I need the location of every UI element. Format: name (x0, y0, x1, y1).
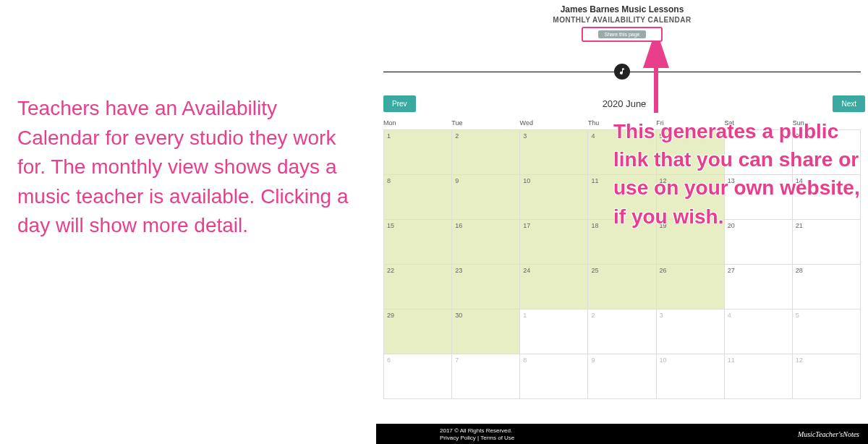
day-number: 27 (728, 267, 735, 274)
day-header: Mon (383, 119, 451, 127)
day-header: Tue (451, 119, 519, 127)
calendar-day[interactable]: 22 (384, 265, 452, 309)
day-number: 6 (387, 357, 391, 364)
calendar-day[interactable]: 2 (588, 309, 656, 354)
calendar-day[interactable]: 9 (588, 354, 656, 399)
day-number: 2 (591, 312, 595, 319)
day-number: 16 (455, 222, 462, 229)
calendar-day[interactable]: 7 (452, 354, 520, 399)
calendar-nav: Prev 2020 June Next (376, 95, 868, 112)
calendar-day[interactable]: 6 (384, 354, 452, 399)
day-number: 7 (455, 357, 459, 364)
day-number: 5 (796, 312, 799, 319)
calendar-day[interactable]: 26 (657, 265, 725, 309)
calendar-day[interactable]: 10 (520, 175, 588, 220)
studio-name: James Barnes Music Lessons (376, 4, 868, 14)
day-number: 28 (796, 267, 803, 274)
day-number: 29 (387, 312, 394, 319)
day-number: 23 (455, 267, 462, 274)
day-number: 12 (796, 357, 803, 364)
day-number: 1 (387, 132, 391, 140)
calendar-day[interactable]: 24 (520, 265, 588, 309)
share-page-button[interactable]: Share this page (598, 30, 645, 38)
divider (383, 64, 861, 80)
header: James Barnes Music Lessons MONTHLY AVAIL… (376, 0, 868, 42)
calendar-day[interactable]: 29 (384, 309, 452, 354)
calendar-day[interactable]: 30 (452, 309, 520, 354)
day-header: Wed (520, 119, 588, 127)
day-number: 11 (591, 177, 598, 184)
footer-copyright: 2017 © All Rights Reserved. (440, 427, 514, 434)
privacy-link[interactable]: Privacy Policy (440, 435, 476, 441)
calendar-day[interactable]: 11 (725, 354, 793, 399)
terms-link[interactable]: Terms of Use (480, 435, 514, 441)
share-box-highlight: Share this page (582, 27, 663, 42)
next-button[interactable]: Next (833, 95, 865, 112)
day-number: 4 (591, 132, 595, 140)
instruction-left: Teachers have an Availability Calendar f… (17, 94, 365, 241)
day-number: 4 (728, 312, 731, 319)
calendar-day[interactable]: 9 (452, 175, 520, 220)
calendar-day[interactable]: 8 (384, 175, 452, 220)
instruction-right: This generates a public link that you ca… (613, 117, 867, 231)
day-number: 9 (455, 177, 459, 184)
calendar-day[interactable]: 3 (520, 130, 588, 175)
calendar-day[interactable]: 16 (452, 220, 520, 265)
calendar-day[interactable]: 23 (452, 265, 520, 309)
calendar-day[interactable]: 28 (793, 265, 861, 309)
calendar-day[interactable]: 12 (793, 354, 861, 399)
calendar-day[interactable]: 15 (384, 220, 452, 265)
day-number: 22 (387, 267, 394, 274)
day-number: 3 (523, 132, 527, 140)
prev-button[interactable]: Prev (383, 95, 416, 112)
day-number: 11 (728, 357, 735, 364)
day-number: 3 (660, 312, 663, 319)
calendar-day[interactable]: 25 (588, 265, 656, 309)
day-number: 8 (523, 357, 527, 364)
footer-logo: MusicTeacher'sNotes (798, 430, 859, 438)
day-number: 15 (387, 222, 394, 229)
calendar-day[interactable]: 5 (793, 309, 861, 354)
footer: 2017 © All Rights Reserved. Privacy Poli… (376, 424, 868, 444)
music-icon (614, 64, 630, 80)
day-number: 8 (387, 177, 391, 184)
footer-separator: | (477, 435, 479, 441)
calendar-day[interactable]: 2 (452, 130, 520, 175)
month-label: 2020 June (603, 98, 647, 109)
calendar-day[interactable]: 4 (725, 309, 793, 354)
day-number: 24 (523, 267, 530, 274)
day-number: 10 (660, 357, 667, 364)
calendar-day[interactable]: 8 (520, 354, 588, 399)
day-number: 9 (591, 357, 595, 364)
day-number: 26 (660, 267, 667, 274)
day-number: 17 (523, 222, 530, 229)
day-number: 30 (455, 312, 462, 319)
day-number: 25 (591, 267, 598, 274)
calendar-day[interactable]: 17 (520, 220, 588, 265)
day-number: 18 (591, 222, 598, 229)
calendar-day[interactable]: 1 (384, 130, 452, 175)
calendar-title: MONTHLY AVAILABILITY CALENDAR (376, 16, 868, 24)
calendar-day[interactable]: 1 (520, 309, 588, 354)
day-number: 1 (523, 312, 527, 319)
day-number: 2 (455, 132, 459, 140)
calendar-day[interactable]: 10 (657, 354, 725, 399)
calendar-day[interactable]: 3 (657, 309, 725, 354)
day-number: 10 (523, 177, 530, 184)
calendar-day[interactable]: 27 (725, 265, 793, 309)
